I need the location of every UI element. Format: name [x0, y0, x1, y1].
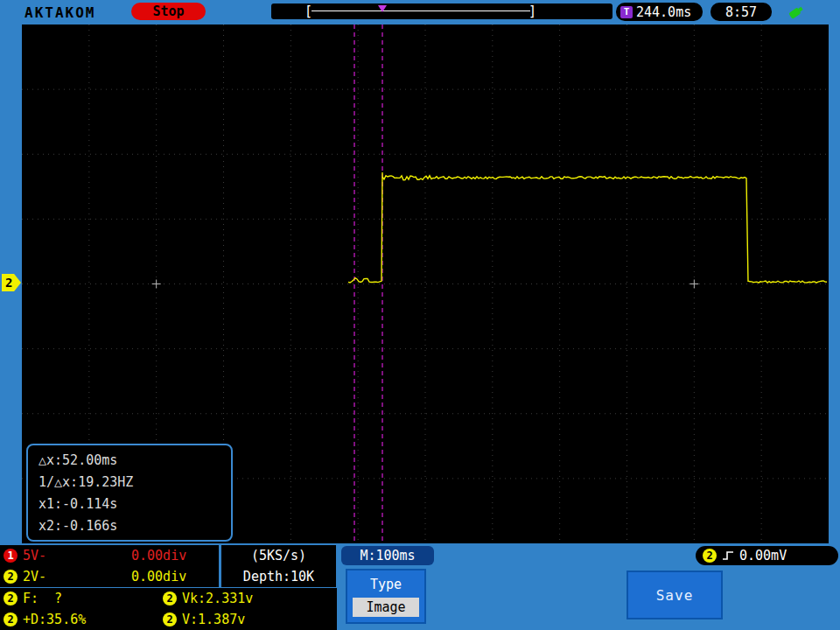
clock: 8:57 — [710, 3, 772, 21]
meas-badge: 2 — [163, 592, 177, 606]
trigger-level-readout: 2 0.00mV — [696, 546, 838, 565]
trigger-level-value: 0.00mV — [739, 548, 787, 564]
sample-rate: (5KS/s) — [251, 548, 306, 564]
cursor-delta-x: △x:52.00ms — [38, 450, 231, 472]
ch1-position: 0.00div — [131, 548, 186, 564]
ch2-status-row: 2 2V- 0.00div — [0, 566, 219, 587]
cursor-x2: x2:-0.166s — [38, 515, 231, 537]
trigger-position-marker-icon — [378, 5, 387, 12]
trigger-time-readout: T 244.0ms — [616, 3, 703, 21]
type-label: Type — [347, 577, 424, 592]
trigger-t-icon: T — [620, 6, 633, 18]
cursor-frequency: 1/△x:19.23HZ — [38, 472, 231, 494]
acquisition-panel: (5KS/s) Depth:10K — [221, 545, 336, 587]
ch2-scale: 2V- — [23, 569, 46, 584]
cursor-x1: x1:-0.114s — [38, 494, 231, 515]
horizontal-position-bar[interactable]: [ ] — [271, 4, 612, 19]
display-area: △x:52.00ms 1/△x:19.23HZ x1:-0.114s x2:-0… — [22, 24, 829, 543]
brand-label: AKTAKOM — [24, 4, 95, 21]
type-value[interactable]: Image — [353, 598, 419, 617]
measurement-v: 2 V:1.387v — [159, 609, 337, 630]
run-stop-button[interactable]: Stop — [131, 3, 206, 20]
meas-badge: 2 — [4, 612, 18, 626]
save-button[interactable]: Save — [626, 570, 723, 620]
ch2-badge: 2 — [4, 570, 18, 584]
channel-status-panel: 1 5V- 0.00div 2 2V- 0.00div — [0, 545, 219, 587]
trigger-time-value: 244.0ms — [636, 4, 691, 20]
hpos-bracket-right: ] — [528, 4, 536, 19]
meas-badge: 2 — [163, 612, 177, 626]
measurements-panel: 2 F: ? 2 Vk:2.331v 2 +D:35.6% 2 V:1.387v — [0, 588, 337, 630]
cursor-readout-box: △x:52.00ms 1/△x:19.23HZ x1:-0.114s x2:-0… — [26, 444, 233, 542]
hpos-bracket-left: [ — [304, 4, 312, 19]
ch1-badge: 1 — [4, 549, 18, 563]
memory-depth: Depth:10K — [243, 569, 314, 584]
oscilloscope-ui: AKTAKOM Stop [ ] T 244.0ms 8:57 △x:52.00… — [0, 0, 840, 630]
type-button[interactable]: Type Image — [346, 569, 426, 624]
meas-badge: 2 — [4, 592, 18, 606]
rising-edge-icon — [722, 549, 734, 563]
measurement-frequency: 2 F: ? — [0, 588, 159, 609]
timebase-readout: M:100ms — [341, 546, 434, 565]
trigger-source-badge: 2 — [703, 549, 717, 563]
ch1-scale: 5V- — [23, 548, 46, 564]
ch2-position-marker[interactable]: 2 — [2, 274, 21, 291]
measurement-vk: 2 Vk:2.331v — [159, 588, 337, 609]
hpos-range-line — [312, 10, 530, 11]
top-bar: AKTAKOM Stop [ ] T 244.0ms 8:57 — [0, 0, 840, 24]
ch1-status-row: 1 5V- 0.00div — [0, 545, 219, 566]
ch2-position: 0.00div — [131, 569, 186, 584]
measurement-duty: 2 +D:35.6% — [0, 609, 159, 630]
usb-icon — [787, 3, 806, 22]
